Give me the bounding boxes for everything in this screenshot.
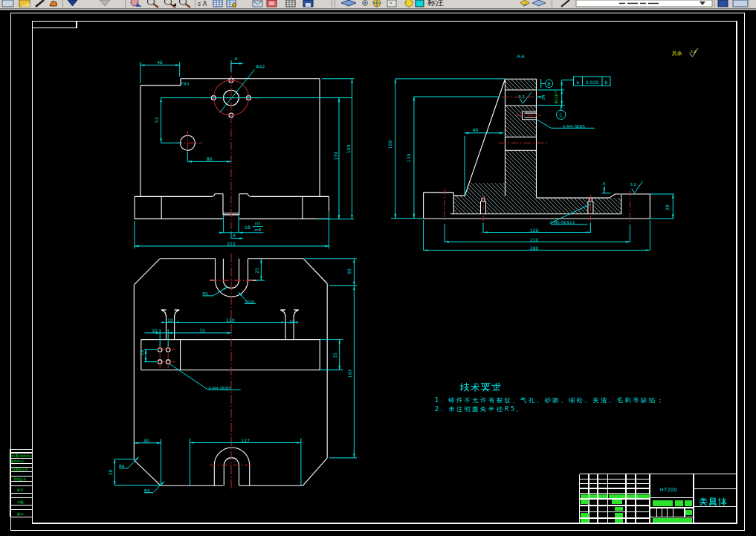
toolbar-separator xyxy=(714,0,715,7)
rough-value-flange: 3.2 xyxy=(630,182,637,187)
block-blue-icon[interactable] xyxy=(718,0,728,7)
toolbar-dropdown-caption: 标注 xyxy=(427,0,444,7)
sphere-icon[interactable] xyxy=(405,0,413,7)
margin-row-label: 签字 xyxy=(17,488,24,492)
dim-127: 127 xyxy=(241,438,250,443)
section-title: A-A xyxy=(517,54,525,59)
toolbar-divider-light xyxy=(0,9,756,10)
label-phi42: Φ42 xyxy=(256,64,265,69)
toolbar-separator xyxy=(552,0,552,7)
dim-139s: 139 xyxy=(406,154,411,163)
notes-line1: 1. 铸件不允许有裂纹、气孔、砂眼、缩松、夹渣、毛刺等缺陷； xyxy=(435,396,665,404)
dim-25: 25 xyxy=(254,268,259,274)
datum-flag-letter: A xyxy=(603,181,606,186)
label-r9: R9 xyxy=(203,291,209,296)
toolbar-divider xyxy=(0,8,756,9)
label-m4-plan: 4-M4-7B深5 xyxy=(209,386,231,391)
margin-row-label: 借(通)用件登记 xyxy=(11,453,33,458)
block-dark-icon[interactable] xyxy=(733,0,748,7)
dim-53: 53 xyxy=(154,117,159,123)
save-block-icon[interactable] xyxy=(303,0,313,7)
line-style-dropdown[interactable] xyxy=(576,0,712,7)
color-swatch-icon[interactable] xyxy=(416,0,424,7)
canvas-background xyxy=(0,10,756,536)
dim-139: 139 xyxy=(333,152,338,161)
label-m4-section: 4-M4-7B深5 xyxy=(563,124,585,129)
notes-line2: 2. 未注明圆角半径R5。 xyxy=(435,405,525,413)
fcf-tolerance: 0.025 xyxy=(586,80,598,85)
dim-72: 72 xyxy=(199,328,205,333)
label-r4a: R4 xyxy=(119,464,125,468)
dim-160s: 160 xyxy=(387,141,392,149)
toolbar-separator xyxy=(332,0,332,7)
rough-value-bore: 3.2 xyxy=(518,94,525,99)
toolbar-separator xyxy=(335,0,335,7)
dim-30-bottom: 30 xyxy=(143,438,149,443)
dim-46s: 46 xyxy=(473,127,479,132)
dim-260: 260 xyxy=(530,245,539,251)
open-icon[interactable] xyxy=(19,0,30,7)
fit-upper: H7 xyxy=(255,222,261,226)
dim-10-right: 10 xyxy=(289,319,295,324)
point-icon[interactable] xyxy=(363,1,368,6)
balloon-c: C xyxy=(560,112,563,117)
dim-16: 16 xyxy=(139,350,144,356)
dim-160: 160 xyxy=(346,145,351,154)
material-label: HT200 xyxy=(660,487,677,493)
toolbar-dropdown-text: 标注 xyxy=(427,0,444,7)
table-icon[interactable] xyxy=(213,0,222,7)
corner-note-label: 其余 xyxy=(672,51,682,56)
dim-35: 35 xyxy=(332,352,337,358)
cbore-dim: 24 xyxy=(541,94,546,100)
dim-130: 130 xyxy=(226,317,235,323)
text-style-icon[interactable]: s A xyxy=(198,1,207,7)
label-m6-section: 2-M6-7B深13 xyxy=(550,220,575,225)
toolbar-separator xyxy=(62,0,63,7)
paste-icon[interactable] xyxy=(387,0,396,7)
fcf-symbol: b xyxy=(577,80,580,85)
fcf-datum: B xyxy=(604,80,607,85)
label-m18: M18 xyxy=(245,300,254,304)
table-props-icon[interactable] xyxy=(227,0,236,7)
toolbar: s A 标注 xyxy=(0,0,756,10)
dim-197: 197 xyxy=(347,369,352,378)
grid-icon[interactable] xyxy=(286,0,295,7)
toolbar-separator xyxy=(195,0,196,7)
ole-icon[interactable] xyxy=(267,0,277,7)
new-icon[interactable] xyxy=(2,0,13,7)
dim-10-left: 10 xyxy=(167,317,173,323)
dim-29: 29 xyxy=(665,205,670,211)
dim-93: 93 xyxy=(346,268,352,274)
dim-80: 80 xyxy=(207,156,213,161)
margin-row-label: 日期 xyxy=(17,500,24,504)
world-icon[interactable] xyxy=(373,0,381,7)
margin-row-label: 使用登记 xyxy=(11,459,25,463)
label-r3: R3 xyxy=(184,82,190,86)
dim-46: 46 xyxy=(157,59,163,65)
margin-row-label: 旧底图总号 xyxy=(12,468,28,471)
cad-application-window: s A 标注 借(通)用件登记 使用登记 旧底图总号 底图总号 签字 日期 标记 xyxy=(0,0,756,536)
dim-210: 210 xyxy=(530,237,539,242)
margin-row-label: 底图总号 xyxy=(13,477,27,481)
dim-18: 18 xyxy=(245,225,251,230)
dim-30-left: 30 xyxy=(108,470,113,476)
balloon-b: B xyxy=(547,81,550,86)
fit-lower: m6 xyxy=(254,227,261,232)
svg-text:s A: s A xyxy=(198,1,207,7)
mail-icon[interactable] xyxy=(253,1,262,7)
dim-126: 126 xyxy=(530,227,539,233)
toolbar-separator xyxy=(125,0,126,7)
drawing-canvas[interactable]: 借(通)用件登记 使用登记 旧底图总号 底图总号 签字 日期 标记 标记 处数 … xyxy=(0,10,756,536)
dim-222: 222 xyxy=(227,241,236,246)
label-r4b: R4 xyxy=(144,488,150,493)
bore-dim-green: Φ12H7 xyxy=(554,91,558,103)
dim-10-holes: 10 xyxy=(152,328,158,333)
